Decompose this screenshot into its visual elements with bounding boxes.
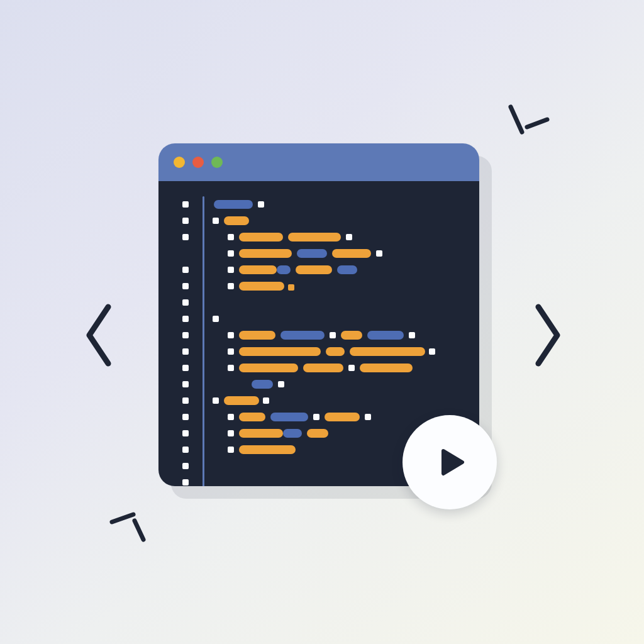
svg-line-0 — [511, 107, 522, 132]
gutter-mark — [182, 414, 189, 420]
code-token — [239, 347, 321, 356]
gutter-mark — [182, 201, 189, 208]
titlebar — [158, 143, 479, 181]
illustration-stage — [0, 0, 644, 644]
code-token — [239, 331, 275, 340]
code-token — [213, 218, 219, 224]
svg-line-1 — [527, 119, 547, 127]
code-token — [376, 250, 382, 257]
svg-line-3 — [135, 521, 143, 540]
code-token — [303, 364, 343, 372]
code-token — [228, 447, 234, 453]
code-token — [278, 381, 284, 387]
code-token — [239, 364, 298, 372]
code-token — [367, 331, 404, 340]
code-token — [332, 249, 371, 258]
traffic-light-zoom-icon — [211, 157, 223, 168]
code-token — [239, 265, 277, 274]
angle-bracket-left-icon — [80, 301, 118, 370]
code-token — [228, 332, 234, 338]
code-token — [213, 316, 219, 322]
code-token — [239, 233, 283, 242]
gutter-indent-line — [203, 196, 204, 486]
gutter-mark — [182, 430, 189, 436]
traffic-light-minimize-icon — [174, 157, 185, 168]
code-token — [325, 413, 360, 421]
gutter-mark — [182, 447, 189, 453]
play-button[interactable] — [402, 415, 497, 509]
code-token — [297, 249, 327, 258]
svg-line-2 — [112, 514, 133, 522]
code-token — [228, 250, 234, 257]
gutter-mark — [182, 316, 189, 322]
code-token — [288, 284, 294, 291]
gutter-mark — [182, 479, 189, 486]
code-token — [239, 249, 292, 258]
code-token — [277, 265, 291, 274]
code-token — [350, 347, 425, 356]
gutter-mark — [182, 283, 189, 289]
traffic-light-close-icon — [192, 157, 204, 168]
gutter-mark — [182, 397, 189, 404]
code-token — [228, 430, 234, 436]
code-token — [348, 365, 355, 371]
code-token — [252, 380, 273, 389]
sparkle-icon — [106, 502, 156, 546]
gutter-mark — [182, 218, 189, 224]
code-token — [337, 265, 357, 274]
code-token — [228, 414, 234, 420]
code-token — [239, 413, 265, 421]
code-token — [330, 332, 336, 338]
code-token — [214, 200, 253, 209]
play-icon — [430, 442, 470, 482]
code-token — [346, 234, 352, 240]
code-token — [283, 429, 302, 438]
gutter-mark — [182, 267, 189, 273]
gutter-mark — [182, 365, 189, 371]
code-token — [239, 429, 283, 438]
code-token — [213, 397, 219, 404]
gutter-mark — [182, 234, 189, 240]
code-token — [228, 267, 234, 273]
angle-bracket-right-icon — [528, 301, 566, 370]
sparkle-icon — [503, 99, 553, 143]
gutter-mark — [182, 332, 189, 338]
gutter-mark — [182, 381, 189, 387]
code-token — [360, 364, 413, 372]
code-token — [228, 348, 234, 355]
code-token — [270, 413, 308, 421]
code-token — [228, 234, 234, 240]
code-token — [296, 265, 332, 274]
code-token — [258, 201, 264, 208]
code-token — [228, 283, 234, 289]
code-token — [224, 216, 249, 225]
code-token — [239, 445, 296, 454]
code-token — [288, 233, 341, 242]
code-token — [263, 397, 269, 404]
code-token — [326, 347, 345, 356]
gutter-mark — [182, 463, 189, 469]
code-token — [239, 282, 284, 291]
code-token — [224, 396, 259, 405]
code-token — [429, 348, 435, 355]
code-token — [365, 414, 371, 420]
code-token — [409, 332, 415, 338]
code-token — [280, 331, 325, 340]
code-token — [228, 365, 234, 371]
gutter-mark — [182, 299, 189, 306]
gutter-mark — [182, 348, 189, 355]
code-token — [307, 429, 328, 438]
code-token — [341, 331, 362, 340]
code-token — [313, 414, 319, 420]
